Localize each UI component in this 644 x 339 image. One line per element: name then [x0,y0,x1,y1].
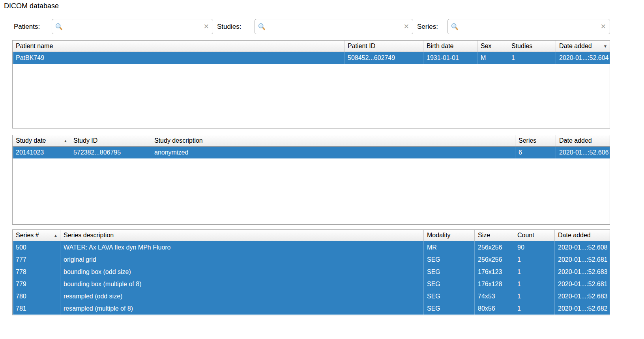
column-header-label: Patient ID [348,43,375,50]
cell: 176x123 [475,266,514,278]
cell: MR [424,241,475,253]
cell: 1 [514,278,555,290]
series-clear-button[interactable]: ✕ [601,23,606,30]
cell: WATER: Ax LAVA flex dyn MPh Fluoro [60,241,424,253]
cell: 500 [13,241,60,253]
cell: 6 [515,147,556,158]
cell: 779 [13,278,60,290]
cell: resampled (odd size) [60,290,424,302]
cell: 1931-01-01 [423,52,477,64]
column-header-birth-date[interactable]: Birth date [423,41,477,52]
cell: 80x56 [475,302,514,315]
patients-table: Patient namePatient IDBirth dateSexStudi… [12,40,610,129]
column-header-series[interactable]: Series [515,135,556,146]
cell: bounding box (odd size) [60,266,424,278]
column-header-studies[interactable]: Studies [508,41,556,52]
sort-ascending-icon: ▲ [62,139,67,143]
column-header-patient-name[interactable]: Patient name [13,41,344,52]
sort-ascending-icon: ▲ [52,233,58,238]
series-search-box: ✕ [447,19,610,34]
cell: 781 [13,302,60,315]
cell: anonymized [151,147,515,158]
column-header-label: Series description [64,232,114,239]
column-header-label: Count [517,232,534,239]
series-filter-label: Series: [417,19,438,34]
cell: 777 [13,253,60,266]
table-row[interactable]: 779bounding box (multiple of 8)SEG176x12… [13,278,610,290]
cell: 2020-01...:52.604 [556,52,610,64]
table-body[interactable]: 20141023572382...806795anonymized62020-0… [13,147,610,158]
column-header-date-added[interactable]: Date added▼ [556,41,610,52]
column-header-series-description[interactable]: Series description [60,230,424,241]
cell: 74x53 [475,290,514,302]
sort-descending-icon: ▼ [602,44,607,48]
column-header-label: Date added [558,232,591,239]
table-row[interactable]: 777original gridSEG256x25612020-01...:52… [13,253,610,266]
column-header-label: Studies [511,43,532,50]
cell: 1 [514,302,555,315]
table-row[interactable]: 781resampled (multiple of 8)SEG80x561202… [13,302,610,315]
cell: 2020-01...:52.681 [555,253,610,266]
cell: 176x128 [475,278,514,290]
search-icon [451,23,459,31]
cell: 90 [514,241,555,253]
column-header-label: Patient name [16,43,53,50]
column-header-label: Study date [16,137,46,144]
table-row[interactable]: PatBK749508452...6027491931-01-01M12020-… [13,52,610,64]
table-row[interactable]: 20141023572382...806795anonymized62020-0… [13,147,610,158]
column-header-study-date[interactable]: Study date▲ [13,135,70,146]
patients-clear-button[interactable]: ✕ [204,23,209,30]
series-search-input[interactable] [459,19,601,34]
studies-search-box: ✕ [255,19,413,34]
column-header-date-added[interactable]: Date added [556,135,610,146]
column-header-label: Study description [154,137,203,144]
column-header-size[interactable]: Size [475,230,514,241]
table-row[interactable]: 780resampled (odd size)SEG74x5312020-01.… [13,290,610,302]
cell: 1 [514,253,555,266]
cell: 2020-01...:52.606 [556,147,610,158]
column-header-series[interactable]: Series #▲ [13,230,60,241]
cell: resampled (multiple of 8) [60,302,424,315]
cell: 2020-01...:52.681 [555,278,610,290]
column-header-patient-id[interactable]: Patient ID [344,41,423,52]
column-header-sex[interactable]: Sex [477,41,508,52]
table-body[interactable]: PatBK749508452...6027491931-01-01M12020-… [13,52,610,64]
cell: 1 [508,52,556,64]
column-header-count[interactable]: Count [514,230,555,241]
column-header-modality[interactable]: Modality [424,230,475,241]
cell: 256x256 [475,253,514,266]
table-row[interactable]: 778bounding box (odd size)SEG176x1231202… [13,266,610,278]
cell: 256x256 [475,241,514,253]
column-header-date-added[interactable]: Date added [555,230,610,241]
cell: SEG [424,290,475,302]
table-body[interactable]: 500WATER: Ax LAVA flex dyn MPh FluoroMR2… [13,241,610,315]
cell: 20141023 [13,147,70,158]
cell: 2020-01...:52.608 [555,241,610,253]
column-header-label: Size [478,232,490,239]
cell: SEG [424,302,475,315]
patients-search-input[interactable] [63,19,204,34]
cell: M [477,52,508,64]
column-header-study-description[interactable]: Study description [151,135,515,146]
cell: original grid [60,253,424,266]
studies-filter-label: Studies: [217,19,241,34]
cell: 508452...602749 [344,52,423,64]
table-header-row: Series #▲Series descriptionModalitySizeC… [13,230,610,241]
page-title: DICOM database [4,2,59,10]
column-header-label: Modality [427,232,451,239]
column-header-label: Birth date [427,43,453,50]
cell: 2020-01...:52.683 [555,266,610,278]
search-icon [258,23,266,31]
studies-clear-button[interactable]: ✕ [404,23,409,30]
studies-table: Study date▲Study IDStudy descriptionSeri… [12,135,610,225]
table-header-row: Patient namePatient IDBirth dateSexStudi… [13,41,610,52]
series-table: Series #▲Series descriptionModalitySizeC… [12,229,610,315]
cell: SEG [424,253,475,266]
table-header-row: Study date▲Study IDStudy descriptionSeri… [13,135,610,147]
column-header-study-id[interactable]: Study ID [70,135,151,146]
cell: SEG [424,266,475,278]
column-header-label: Study ID [73,137,97,144]
table-row[interactable]: 500WATER: Ax LAVA flex dyn MPh FluoroMR2… [13,241,610,253]
cell: 1 [514,266,555,278]
studies-search-input[interactable] [266,19,404,34]
